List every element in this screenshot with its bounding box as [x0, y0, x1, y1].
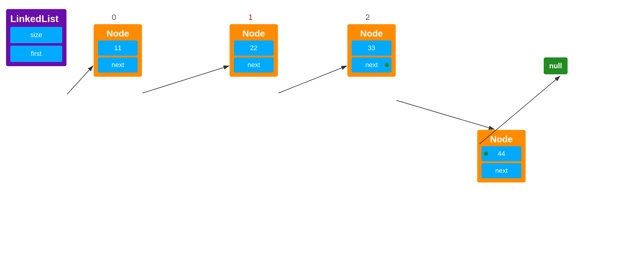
index-0: 0 — [112, 13, 116, 22]
index-2: 2 — [365, 13, 370, 22]
node-2-title: Node — [352, 28, 391, 39]
node-0-value: 11 — [98, 40, 138, 56]
svg-line-4 — [396, 100, 494, 129]
node-2-value: 33 — [352, 40, 391, 56]
ll-field-first: first — [10, 46, 62, 62]
svg-line-3 — [279, 66, 347, 93]
node-0-next: next — [98, 57, 138, 73]
linked-list-title: LinkedList — [10, 13, 62, 24]
index-1: 1 — [248, 13, 253, 22]
svg-line-1 — [67, 66, 93, 94]
node-1-next: next — [234, 57, 274, 73]
ll-field-size: size — [10, 27, 62, 43]
linked-list-box: LinkedList size first — [6, 9, 66, 66]
node-2: Node 33 next — [347, 24, 396, 77]
null-box: null — [544, 57, 568, 74]
node-extra-value: 44 — [481, 146, 521, 161]
svg-line-2 — [143, 66, 229, 93]
node-extra-title: Node — [481, 134, 521, 144]
node-0-title: Node — [98, 28, 138, 39]
node-extra-next: next — [481, 163, 521, 178]
node-1-value: 22 — [234, 40, 274, 56]
node-0: Node 11 next — [94, 24, 142, 77]
node-1: Node 22 next — [230, 24, 278, 77]
node-2-next: next — [352, 57, 391, 73]
node-1-title: Node — [234, 28, 274, 39]
node-extra: Node 44 next — [477, 130, 526, 182]
